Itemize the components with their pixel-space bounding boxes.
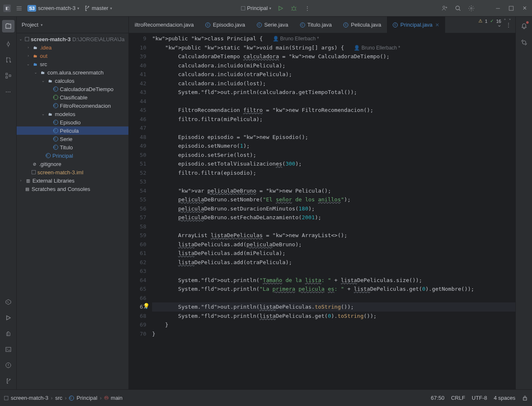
code-with-me-icon[interactable] (441, 4, 449, 12)
tree-class[interactable]: C Episodio (17, 118, 128, 126)
code-editor[interactable]: 9103940414243444546474849505152535455565… (129, 33, 515, 389)
structure-tool-button[interactable] (4, 72, 12, 80)
tree-class[interactable]: C FiltroRecomendacion (17, 102, 128, 110)
terminal-tool-button[interactable] (4, 345, 12, 354)
source-folder-icon: 🖿 (32, 61, 38, 67)
right-tool-rail (515, 17, 532, 389)
class-icon: C (53, 145, 58, 150)
editor-tab[interactable]: C Episodio.java (200, 17, 251, 33)
maximize-button[interactable] (507, 4, 515, 12)
tree-principal[interactable]: C Principal (17, 151, 128, 160)
module-icon (241, 6, 245, 10)
tree-label: Principal (52, 153, 73, 159)
editor-area: iltroRecomendacion.java C Episodio.java … (129, 17, 515, 389)
tree-label: calculos (55, 78, 74, 84)
project-panel-header[interactable]: Project ▾ (17, 17, 128, 33)
project-selector[interactable]: S3 screen-match-3 ▾ (27, 5, 79, 12)
class-icon: C (46, 153, 51, 158)
editor-tab[interactable]: C Serie.java (251, 17, 294, 33)
line-separator[interactable]: CRLF (451, 395, 465, 401)
readonly-lock-icon[interactable] (522, 395, 528, 401)
branch-selector[interactable]: master ▾ (84, 5, 112, 12)
tree-gitignore[interactable]: ⊘ .gitignore (17, 160, 128, 168)
breadcrumb-item[interactable]: screen-match-3 (11, 395, 48, 401)
tree-label: out (40, 53, 47, 59)
class-icon: C (300, 22, 305, 27)
project-tool-button[interactable] (2, 20, 15, 32)
left-tool-rail: ⋯ (0, 17, 17, 389)
tree-class[interactable]: C Titulo (17, 143, 128, 151)
tree-calculos[interactable]: ⌄ 🖿 calculos (17, 77, 128, 85)
breadcrumb-item[interactable]: src (55, 395, 62, 401)
tree-class-selected[interactable]: C Pelicula (17, 126, 128, 135)
tree-extlib[interactable]: › ▥ External Libraries (17, 176, 128, 185)
inspection-bar[interactable]: ⚠ 1 ✓ 16 ˄ ˅ (478, 18, 511, 24)
pull-requests-button[interactable] (4, 56, 12, 64)
chevron-down-icon: ▾ (110, 6, 112, 10)
tree-out[interactable]: › 🖿 out (17, 52, 128, 60)
class-icon: C (53, 103, 58, 108)
more-tools-button[interactable]: ⋯ (4, 87, 12, 96)
run-tool-button[interactable] (4, 314, 12, 322)
code-content[interactable]: "kw">public "kw">class Principal { 👤 Bru… (152, 33, 515, 389)
notifications-button[interactable] (520, 22, 528, 30)
ai-assistant-button[interactable] (520, 38, 528, 47)
tree-modelos[interactable]: ⌄ 🖿 modelos (17, 110, 128, 118)
run-config-selector[interactable]: Principal ▾ (241, 5, 271, 11)
hamburger-icon[interactable] (15, 4, 23, 12)
build-tool-button[interactable] (4, 329, 12, 338)
editor-tab[interactable]: C Pelicula.java (337, 17, 387, 33)
tree-scratches[interactable]: ▤ Scratches and Consoles (17, 185, 128, 193)
more-actions-icon[interactable]: ⋮ (303, 4, 311, 12)
settings-icon[interactable] (467, 4, 475, 12)
ide-logo-icon: ◧ (3, 5, 11, 12)
vcs-tool-button[interactable] (4, 377, 12, 385)
chevron-down-icon[interactable]: ˅ (509, 18, 511, 24)
editor-tab[interactable]: iltroRecomendacion.java (129, 17, 200, 33)
interface-icon: I (53, 95, 58, 100)
search-icon[interactable] (454, 4, 462, 12)
tree-label: Clasificable (60, 94, 87, 101)
breadcrumb-item[interactable]: Principal (76, 395, 97, 401)
tree-iml[interactable]: screen-match-3.iml (17, 168, 128, 176)
tree-label: Pelicula (60, 128, 79, 134)
tab-label: iltroRecomendacion.java (135, 22, 194, 28)
line-gutter: 9103940414243444546474849505152535455565… (129, 33, 152, 389)
chevron-up-icon[interactable]: ˄ (504, 18, 506, 24)
tree-class[interactable]: C CalculadoraDeTiempo (17, 85, 128, 93)
tab-label: Pelicula.java (351, 22, 381, 28)
tree-label: CalculadoraDeTiempo (60, 86, 113, 92)
close-icon[interactable]: ✕ (435, 22, 439, 28)
close-button[interactable]: ✕ (520, 4, 529, 12)
tree-idea[interactable]: › 🖿 .idea (17, 43, 128, 52)
debug-button[interactable] (290, 4, 298, 12)
tree-interface[interactable]: I Clasificable (17, 93, 128, 102)
editor-tab[interactable]: C Titulo.java (294, 17, 338, 33)
root-name: screen-match-3 (31, 36, 71, 42)
commit-tool-button[interactable] (4, 40, 12, 48)
run-button[interactable] (276, 4, 285, 12)
tree-root[interactable]: ⌄ screen-match-3 D:\JORGE\ALURA\Ja (17, 35, 128, 43)
method-icon: ⓜ (104, 395, 108, 401)
project-panel-title: Project (22, 22, 38, 28)
problems-tool-button[interactable] (4, 361, 12, 369)
indent-config[interactable]: 4 spaces (494, 395, 515, 401)
editor-tab-active[interactable]: C Principal.java ✕ (387, 17, 445, 33)
lightbulb-icon[interactable]: 💡 (143, 303, 150, 309)
svg-point-0 (292, 7, 296, 10)
cursor-position[interactable]: 67:50 (431, 395, 445, 401)
services-tool-button[interactable] (4, 298, 12, 306)
minimize-button[interactable]: ─ (494, 4, 502, 12)
breadcrumb[interactable]: screen-match-3 › src › C Principal › ⓜ m… (4, 395, 123, 401)
svg-rect-6 (6, 73, 7, 75)
tree-label: .idea (40, 45, 52, 51)
svg-point-1 (443, 6, 445, 8)
tree-src[interactable]: ⌄ 🖿 src (17, 60, 128, 68)
expand-icon: ⌄ (41, 112, 46, 116)
tree-package[interactable]: ⌄ 🖿 com.alura.screenmatch (17, 68, 128, 77)
file-encoding[interactable]: UTF-8 (472, 395, 487, 401)
project-panel: Project ▾ ⌄ screen-match-3 D:\JORGE\ALUR… (17, 17, 129, 389)
tree-class[interactable]: C Serie (17, 135, 128, 143)
tree-label: Episodio (60, 119, 81, 126)
breadcrumb-item[interactable]: main (111, 395, 123, 401)
